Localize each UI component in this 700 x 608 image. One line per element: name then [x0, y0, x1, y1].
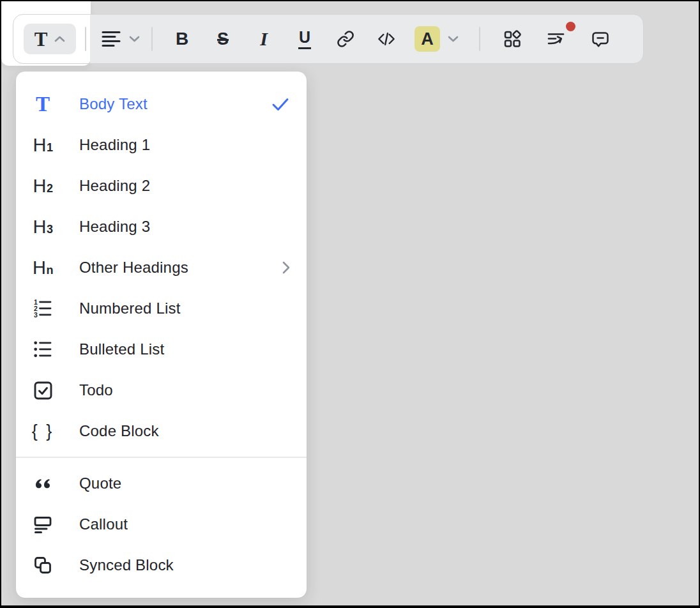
highlight-group: A	[415, 26, 459, 52]
menu-item-bulleted-list[interactable]: Bulleted List	[16, 329, 307, 370]
other-headings-icon: Hn	[31, 259, 54, 277]
menu-item-numbered-list[interactable]: 123Numbered List	[16, 288, 307, 329]
toolbar-divider	[151, 27, 153, 51]
toolbar-divider	[479, 27, 480, 51]
highlight-a-icon: A	[421, 31, 434, 48]
text-style-button[interactable]: T	[24, 24, 76, 54]
chevron-right-icon	[282, 261, 290, 275]
link-button[interactable]	[333, 26, 358, 52]
menu-item-todo[interactable]: Todo	[16, 370, 307, 411]
link-icon	[337, 30, 354, 48]
menu-item-label: Quote	[79, 475, 121, 492]
todo-icon	[31, 381, 54, 400]
align-left-icon	[102, 30, 121, 48]
menu-item-label: Callout	[79, 515, 128, 533]
chevron-up-icon	[54, 36, 65, 42]
menu-item-code-block[interactable]: { }Code Block	[16, 411, 307, 452]
tools-group	[499, 26, 613, 52]
body-text-icon: T	[31, 94, 54, 115]
code-block-icon: { }	[31, 423, 54, 440]
menu-item-other-headings[interactable]: HnOther Headings	[16, 247, 307, 288]
menu-item-label: Bulleted List	[79, 340, 164, 358]
menu-item-label: Heading 1	[79, 136, 150, 154]
formatting-toolbar: T B S I U A	[13, 14, 644, 64]
bulleted-list-icon	[31, 339, 54, 360]
numbered-list-icon: 123	[31, 298, 54, 319]
heading-2-icon: H2	[31, 177, 54, 195]
notification-dot	[566, 22, 575, 31]
menu-item-label: Numbered List	[79, 300, 181, 317]
italic-button[interactable]: I	[251, 26, 277, 52]
menu-item-label: Heading 3	[79, 218, 150, 236]
menu-item-heading-1[interactable]: H1Heading 1	[16, 125, 307, 165]
bold-button[interactable]: B	[169, 26, 195, 52]
menu-item-label: Other Headings	[79, 259, 188, 277]
comment-button[interactable]	[588, 26, 613, 52]
code-icon	[377, 30, 396, 48]
menu-item-callout[interactable]: Callout	[16, 504, 307, 545]
widgets-grid-icon	[503, 29, 522, 49]
callout-icon	[31, 514, 54, 535]
text-style-menu: TBody TextH1Heading 1H2Heading 2H3Headin…	[16, 72, 307, 598]
format-group: B S I U	[169, 26, 399, 52]
menu-item-quote[interactable]: Quote	[16, 463, 307, 504]
menu-item-label: Todo	[79, 381, 113, 399]
toolbar-divider	[85, 27, 86, 51]
menu-item-heading-2[interactable]: H2Heading 2	[16, 165, 307, 206]
heading-1-icon: H1	[31, 136, 54, 155]
menu-item-label: Code Block	[79, 422, 159, 440]
menu-item-label: Synced Block	[79, 556, 174, 574]
alignment-button[interactable]	[102, 30, 140, 48]
heading-3-icon: H3	[31, 218, 54, 236]
strikethrough-button[interactable]: S	[210, 26, 236, 52]
menu-item-synced-block[interactable]: Synced Block	[16, 545, 307, 586]
synced-block-icon	[31, 555, 54, 575]
chevron-down-icon[interactable]	[448, 36, 459, 42]
widgets-button[interactable]	[499, 26, 525, 52]
menu-item-heading-3[interactable]: H3Heading 3	[16, 206, 307, 247]
menu-item-label: Heading 2	[79, 177, 150, 195]
menu-divider	[16, 457, 307, 458]
check-icon	[271, 96, 290, 112]
menu-item-label: Body Text	[79, 95, 148, 113]
menu-item-body-text[interactable]: TBody Text	[16, 84, 307, 125]
underline-button[interactable]: U	[292, 26, 317, 52]
lines-arrow-icon	[547, 29, 566, 49]
highlight-color-button[interactable]: A	[415, 26, 440, 52]
continue-writing-button[interactable]	[544, 26, 569, 52]
comment-icon	[591, 29, 610, 49]
svg-text:3: 3	[34, 311, 38, 319]
text-style-t-icon: T	[34, 29, 48, 49]
quote-icon	[31, 473, 54, 494]
inline-code-button[interactable]	[374, 26, 399, 52]
chevron-down-icon	[129, 36, 140, 42]
